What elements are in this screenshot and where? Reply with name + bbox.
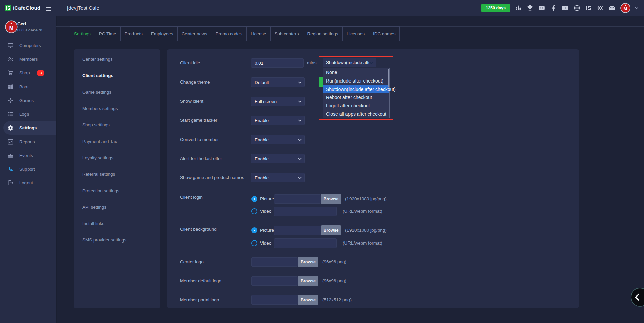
tab-pc-time[interactable]: PC Time: [95, 26, 121, 41]
tab-products[interactable]: Products: [120, 26, 147, 41]
trophy-icon[interactable]: [526, 4, 534, 12]
layers-icon[interactable]: [597, 4, 604, 12]
chevron-down-icon: [298, 177, 302, 179]
member-default-logo-file-input[interactable]: [251, 276, 298, 286]
tab-center-news[interactable]: Center news: [177, 26, 212, 41]
globe-icon[interactable]: [573, 4, 581, 12]
client-background-picture-radio[interactable]: [251, 227, 257, 233]
client-login-picture-file-input[interactable]: [274, 194, 321, 204]
user-avatar[interactable]: M: [620, 3, 630, 13]
chevron-left-icon: [634, 293, 640, 301]
discord-icon[interactable]: [538, 4, 545, 12]
windows-icon: [7, 84, 14, 90]
settings-menu-payment-and-tax[interactable]: Payment and Tax: [74, 133, 160, 150]
sidebar-item-logout[interactable]: Logout: [0, 176, 56, 190]
settings-menu-members-settings[interactable]: Members settings: [74, 100, 160, 117]
chevron-down-icon[interactable]: [635, 7, 639, 9]
sidebar-item-games[interactable]: Games: [0, 94, 56, 107]
client-idle-action-select[interactable]: Shutdown(include after: [323, 58, 376, 67]
client-background-video-radio[interactable]: [251, 240, 257, 246]
option-run-after-checkout[interactable]: Run(include after checkout): [323, 77, 389, 85]
cafe-title: [dev]Test Cafe: [67, 5, 99, 11]
option-none[interactable]: None: [323, 68, 389, 77]
settings-menu-client-settings[interactable]: Client settings: [74, 67, 160, 84]
chevron-down-icon: [298, 139, 302, 141]
client-login-picture-radio[interactable]: [251, 196, 257, 202]
mail-icon[interactable]: [608, 4, 616, 12]
logout-icon: [7, 180, 14, 186]
client-login-video-radio[interactable]: [251, 208, 257, 214]
user-name: Geri: [17, 21, 26, 26]
tab-licenses[interactable]: Licenses: [342, 26, 369, 41]
client-idle-action-options: None Run(include after checkout) Shutdow…: [323, 68, 390, 118]
client-background-picture-file-input[interactable]: [274, 226, 321, 235]
option-reboot-after-checkout[interactable]: Reboot after checkout: [323, 93, 389, 102]
client-login-video-url-input[interactable]: [274, 207, 337, 216]
settings-menu-loyalty-settings[interactable]: Loyalty settings: [74, 150, 160, 166]
tab-employees[interactable]: Employees: [147, 26, 178, 41]
sidebar-item-label: Members: [19, 57, 38, 62]
sidebar-item-settings[interactable]: Settings: [3, 121, 56, 135]
settings-menu-install-links[interactable]: Install links: [74, 215, 160, 232]
tab-settings[interactable]: Settings: [70, 26, 95, 41]
sidebar-item-events[interactable]: Events: [0, 149, 56, 162]
tab-license[interactable]: License: [246, 26, 271, 41]
sidebar-item-label: Logs: [19, 112, 29, 117]
client-idle-unit: mins: [307, 60, 317, 66]
menu-toggle-icon[interactable]: [46, 6, 51, 12]
settings-menu-api-settings[interactable]: API settings: [74, 199, 160, 215]
convert-to-member-select[interactable]: Enable: [251, 135, 305, 144]
show-client-select[interactable]: Full screen: [251, 97, 305, 106]
sidebar-item-reports[interactable]: Reports: [0, 135, 56, 149]
icafe-icon[interactable]: [585, 4, 592, 12]
start-game-tracker-select[interactable]: Enable: [251, 116, 305, 125]
youtube-icon[interactable]: [561, 4, 569, 12]
sidebar-item-support[interactable]: Support: [0, 162, 56, 176]
settings-menu-card: Center settings Client settings Game set…: [74, 49, 160, 308]
alert-last-offer-select[interactable]: Enable: [251, 154, 305, 163]
change-theme-select[interactable]: Default: [251, 77, 305, 87]
svg-text:M: M: [9, 25, 14, 31]
sidebar-item-computers[interactable]: Computers: [0, 39, 56, 52]
sidebar-item-logs[interactable]: Logs: [0, 107, 56, 121]
ranking-icon[interactable]: [515, 4, 522, 12]
chat-toggle-button[interactable]: [631, 288, 644, 307]
sidebar-avatar[interactable]: M: [5, 20, 18, 33]
dropdown-scrollbar-thumb[interactable]: [388, 69, 389, 87]
sidebar-item-members[interactable]: Members: [0, 52, 56, 66]
sidebar-item-label: Logout: [19, 180, 33, 185]
settings-menu-referral-settings[interactable]: Referral settings: [74, 166, 160, 182]
option-logoff-after-checkout[interactable]: Logoff after checkout: [323, 102, 389, 110]
tab-region-settings[interactable]: Region settings: [303, 26, 343, 41]
facebook-icon[interactable]: [550, 4, 557, 12]
license-days-badge[interactable]: 1250 days: [481, 4, 510, 12]
member-portal-logo-browse-button[interactable]: Browse: [298, 295, 318, 305]
start-game-tracker-value: Enable: [255, 118, 269, 123]
tab-promo-codes[interactable]: Promo codes: [211, 26, 247, 41]
member-default-logo-browse-button[interactable]: Browse: [298, 276, 318, 286]
tab-sub-centers[interactable]: Sub centers: [270, 26, 303, 41]
client-background-picture-browse-button[interactable]: Browse: [321, 225, 341, 235]
sidebar-item-boot[interactable]: Boot: [0, 80, 56, 94]
client-background-video-url-input[interactable]: [274, 238, 337, 248]
settings-menu-center-settings[interactable]: Center settings: [74, 51, 160, 67]
settings-menu-protection-settings[interactable]: Protection settings: [74, 182, 160, 199]
settings-menu-shop-settings[interactable]: Shop settings: [74, 117, 160, 133]
client-login-picture-browse-button[interactable]: Browse: [321, 194, 341, 204]
show-game-product-names-value: Enable: [255, 175, 269, 180]
settings-menu-game-settings[interactable]: Game settings: [74, 84, 160, 100]
client-idle-input[interactable]: 0.01: [251, 58, 304, 68]
sidebar-item-shop[interactable]: Shop 3: [0, 66, 56, 80]
convert-to-member-value: Enable: [255, 137, 269, 142]
client-idle-label: Client idle: [180, 60, 200, 66]
show-game-product-names-select[interactable]: Enable: [251, 173, 305, 182]
settings-menu-sms-provider-settings[interactable]: SMS provider settings: [74, 232, 160, 248]
client-login-video-radio-label: Video: [260, 208, 271, 214]
center-logo-file-input[interactable]: [251, 257, 298, 267]
option-close-all-apps[interactable]: Close all apps after checkout: [323, 110, 389, 118]
tab-idc-games[interactable]: IDC games: [369, 26, 400, 41]
member-portal-logo-file-input[interactable]: [251, 295, 298, 305]
option-shutdown-after-checkout[interactable]: Shutdown(include after checkout): [323, 85, 389, 94]
center-logo-browse-button[interactable]: Browse: [298, 257, 318, 267]
brand-logo-icon: [5, 5, 11, 11]
